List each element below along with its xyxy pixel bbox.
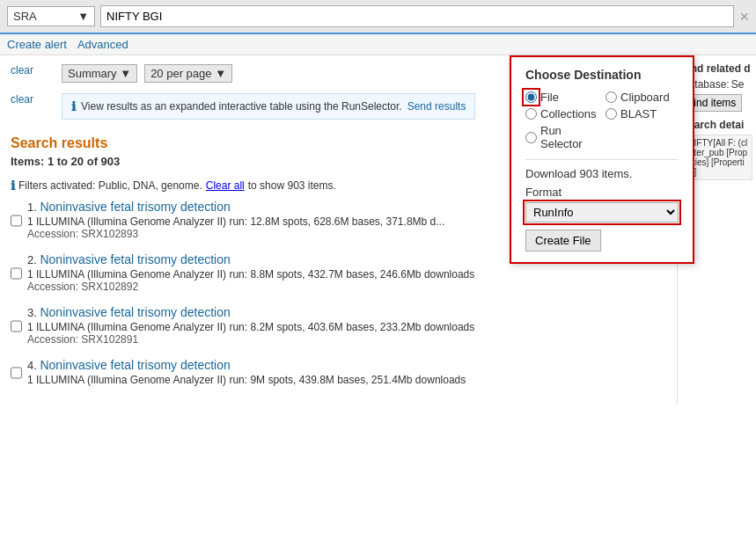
close-icon[interactable]: × [739, 9, 749, 25]
popup-divider [525, 159, 679, 160]
item-number: 4. [27, 359, 37, 372]
result-meta: 1 ILLUMINA (Illumina Genome Analyzer II)… [27, 374, 666, 386]
clipboard-label: Clipboard [620, 91, 670, 104]
popup-overlay: Choose Destination File Clipboard Collec… [510, 55, 694, 264]
result-meta: 1 ILLUMINA (Illumina Genome Analyzer II)… [27, 268, 666, 281]
main-container: clear Summary ▼ 20 per page ▼ Send to: ▼… [0, 55, 756, 405]
sub-bar: Create alert Advanced [0, 34, 756, 55]
clear-link-1[interactable]: clear [11, 64, 55, 77]
advanced-link[interactable]: Advanced [77, 38, 128, 51]
create-alert-link[interactable]: Create alert [7, 38, 67, 51]
clipboard-radio[interactable] [606, 91, 617, 103]
format-label: Format [525, 186, 679, 199]
info-banner: ℹ View results as an expanded interactiv… [62, 93, 475, 120]
search-input[interactable] [100, 5, 734, 27]
result-checkbox[interactable] [11, 201, 22, 240]
toolbar-left: Summary ▼ 20 per page ▼ [62, 64, 232, 83]
clear-link-2[interactable]: clear [11, 93, 55, 106]
download-count: Download 903 items. [525, 167, 679, 180]
filter-suffix: to show 903 items. [248, 179, 336, 192]
popup-title: Choose Destination [525, 68, 679, 82]
result-title-link[interactable]: Noninvasive fetal trisomy detection [40, 252, 230, 266]
result-accession: Accession: SRX102891 [27, 333, 666, 346]
blast-radio[interactable] [606, 108, 617, 120]
runselector-option[interactable]: Run Selector [525, 124, 598, 150]
item-number: 2. [27, 253, 37, 266]
collections-option[interactable]: Collections [525, 107, 598, 120]
result-title-link[interactable]: Noninvasive fetal trisomy detection [40, 200, 230, 214]
summary-button[interactable]: Summary ▼ [62, 64, 137, 83]
file-label: File [540, 91, 559, 104]
result-checkbox[interactable] [11, 360, 22, 386]
runselector-radio[interactable] [525, 132, 537, 143]
item-number: 3. [27, 306, 37, 319]
runselector-label: Run Selector [540, 124, 598, 150]
db-value: SRA [13, 10, 37, 23]
result-checkbox[interactable] [11, 307, 22, 346]
blast-option[interactable]: BLAST [606, 107, 679, 120]
clipboard-option[interactable]: Clipboard [606, 91, 679, 104]
file-option[interactable]: File [525, 91, 598, 104]
collections-label: Collections [540, 107, 597, 120]
info-icon: ℹ [71, 99, 76, 113]
filter-note-text: Filters activated: Public, DNA, genome. [18, 179, 202, 192]
file-radio[interactable] [525, 91, 537, 103]
format-select[interactable]: RunInfoAccession ListFull [525, 202, 679, 222]
collections-radio[interactable] [525, 108, 537, 120]
result-content: 3. Noninvasive fetal trisomy detection 1… [27, 305, 666, 346]
table-row: 4. Noninvasive fetal trisomy detection 1… [11, 358, 666, 386]
db-dropdown-icon: ▼ [77, 10, 89, 23]
per-page-button[interactable]: 20 per page ▼ [144, 64, 232, 83]
result-accession: Accession: SRX102892 [27, 281, 666, 293]
filter-info-icon: ℹ [11, 179, 15, 193]
create-file-button[interactable]: Create File [525, 230, 601, 252]
popup-options: File Clipboard Collections BLAST Run Sel… [525, 91, 679, 150]
result-title-link[interactable]: Noninvasive fetal trisomy detection [40, 305, 230, 319]
result-checkbox[interactable] [11, 254, 22, 293]
result-content: 4. Noninvasive fetal trisomy detection 1… [27, 358, 666, 386]
choose-destination-popup: Choose Destination File Clipboard Collec… [510, 55, 694, 264]
results-count: Items: 1 to 20 of 903 [11, 155, 120, 168]
search-bar: SRA ▼ × [0, 0, 756, 34]
send-results-link[interactable]: Send results [407, 100, 466, 113]
info-message: View results as an expanded interactive … [81, 100, 402, 113]
result-title-link[interactable]: Noninvasive fetal trisomy detection [40, 358, 230, 372]
database-value: Se [731, 78, 745, 91]
result-meta: 1 ILLUMINA (Illumina Genome Analyzer II)… [27, 321, 666, 333]
db-selector[interactable]: SRA ▼ [7, 6, 95, 26]
blast-label: BLAST [620, 107, 657, 120]
item-number: 1. [27, 201, 37, 214]
clear-all-link[interactable]: Clear all [206, 179, 245, 192]
table-row: 3. Noninvasive fetal trisomy detection 1… [11, 305, 666, 346]
